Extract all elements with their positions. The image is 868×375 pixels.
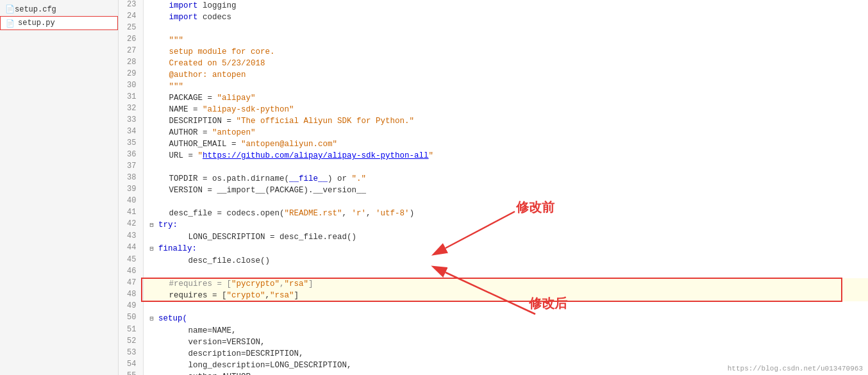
- line-content: description=DESCRIPTION,: [143, 348, 868, 360]
- line-num: 38: [119, 173, 143, 185]
- line-num: 52: [119, 337, 143, 348]
- line-content: [143, 23, 868, 35]
- table-row: 51 name=NAME,: [119, 325, 868, 337]
- line-content: LONG_DESCRIPTION = desc_file.read(): [143, 231, 868, 243]
- table-row: 42 ⊟ try:: [119, 219, 868, 231]
- line-num: 25: [119, 23, 143, 35]
- line-num: 48: [119, 290, 143, 301]
- table-row: 35 AUTHOR_EMAIL = "antopen@aliyun.com": [119, 138, 868, 150]
- code-table: 23 import logging 24 import codecs 25 26…: [119, 0, 868, 375]
- line-content: ⊟ finally:: [143, 243, 868, 255]
- table-row: 41 desc_file = codecs.open("README.rst",…: [119, 208, 868, 219]
- line-num: 53: [119, 348, 143, 360]
- sidebar: 📄 setup.cfg 📄 setup.py: [0, 0, 119, 375]
- sidebar-label-setup-py: setup.py: [18, 19, 55, 28]
- line-num: 39: [119, 185, 143, 196]
- line-num: 30: [119, 81, 143, 92]
- line-num: 26: [119, 35, 143, 46]
- line-num: 55: [119, 371, 143, 375]
- line-num: 28: [119, 58, 143, 69]
- line-content: import logging: [143, 0, 868, 12]
- table-row: 34 AUTHOR = "antopen": [119, 127, 868, 138]
- line-num: 27: [119, 46, 143, 58]
- line-content: DESCRIPTION = "The official Aliyun SDK f…: [143, 115, 868, 127]
- line-num: 51: [119, 325, 143, 337]
- line-content: ⊟ try:: [143, 219, 868, 231]
- line-content: URL = "https://github.com/alipay/alipay-…: [143, 150, 868, 162]
- line-content: name=NAME,: [143, 325, 868, 337]
- line-content: NAME = "alipay-sdk-python": [143, 104, 868, 115]
- line-num: 23: [119, 0, 143, 12]
- sidebar-label-setup-cfg: setup.cfg: [15, 5, 56, 14]
- line-num: 33: [119, 115, 143, 127]
- line-num: 24: [119, 12, 143, 23]
- code-area: 23 import logging 24 import codecs 25 26…: [119, 0, 868, 375]
- line-num: 46: [119, 267, 143, 278]
- line-content: version=VERSION,: [143, 337, 868, 348]
- file-icon-py: 📄: [6, 19, 15, 28]
- table-row: 49: [119, 301, 868, 313]
- table-row: 24 import codecs: [119, 12, 868, 23]
- line-num: 40: [119, 196, 143, 208]
- bottom-url: https://blog.csdn.net/u013470963: [728, 365, 863, 372]
- main-container: 📄 setup.cfg 📄 setup.py 23 import logging…: [0, 0, 868, 375]
- table-row: 29 @author: antopen: [119, 69, 868, 81]
- table-row: 53 description=DESCRIPTION,: [119, 348, 868, 360]
- line-num: 54: [119, 360, 143, 371]
- table-row: 39 VERSION = __import__(PACKAGE).__versi…: [119, 185, 868, 196]
- line-num: 42: [119, 219, 143, 231]
- line-content: import codecs: [143, 12, 868, 23]
- table-row: 25: [119, 23, 868, 35]
- line-content: requires = ["crypto","rsa"]: [143, 290, 868, 301]
- table-row: 36 URL = "https://github.com/alipay/alip…: [119, 150, 868, 162]
- table-row: 45 desc_file.close(): [119, 255, 868, 267]
- line-num: 41: [119, 208, 143, 219]
- line-num: 37: [119, 162, 143, 173]
- table-row: 26 """: [119, 35, 868, 46]
- table-row: 23 import logging: [119, 0, 868, 12]
- table-row: 52 version=VERSION,: [119, 337, 868, 348]
- line-num: 45: [119, 255, 143, 267]
- line-content: [143, 267, 868, 278]
- line-num: 31: [119, 92, 143, 104]
- line-content: AUTHOR = "antopen": [143, 127, 868, 138]
- line-num: 43: [119, 231, 143, 243]
- table-row: 27 setup module for core.: [119, 46, 868, 58]
- line-content: TOPDIR = os.path.dirname(__file__) or ".…: [143, 173, 868, 185]
- line-num: 29: [119, 69, 143, 81]
- line-num: 32: [119, 104, 143, 115]
- table-row: 30 """: [119, 81, 868, 92]
- table-row: 32 NAME = "alipay-sdk-python": [119, 104, 868, 115]
- line-content: ⊟ setup(: [143, 313, 868, 325]
- line-num: 47: [119, 278, 143, 290]
- sidebar-item-setup-py[interactable]: 📄 setup.py: [0, 16, 118, 30]
- line-num: 50: [119, 313, 143, 325]
- file-icon: 📄: [5, 4, 15, 14]
- table-row: 47 #requires = ["pycrypto","rsa"]: [119, 278, 868, 290]
- line-content: @author: antopen: [143, 69, 868, 81]
- line-content: [143, 301, 868, 313]
- line-content: #requires = ["pycrypto","rsa"]: [143, 278, 868, 290]
- line-content: [143, 196, 868, 208]
- line-num: 34: [119, 127, 143, 138]
- table-row: 38 TOPDIR = os.path.dirname(__file__) or…: [119, 173, 868, 185]
- table-row: 40: [119, 196, 868, 208]
- line-content: """: [143, 35, 868, 46]
- line-num: 49: [119, 301, 143, 313]
- line-num: 36: [119, 150, 143, 162]
- line-content: AUTHOR_EMAIL = "antopen@aliyun.com": [143, 138, 868, 150]
- sidebar-item-setup-cfg[interactable]: 📄 setup.cfg: [0, 3, 118, 16]
- table-row: 50 ⊟ setup(: [119, 313, 868, 325]
- table-row: 28 Created on 5/23/2018: [119, 58, 868, 69]
- table-row: 37: [119, 162, 868, 173]
- table-row: 33 DESCRIPTION = "The official Aliyun SD…: [119, 115, 868, 127]
- table-row: 46: [119, 267, 868, 278]
- table-row: 43 LONG_DESCRIPTION = desc_file.read(): [119, 231, 868, 243]
- line-content: desc_file = codecs.open("README.rst", 'r…: [143, 208, 868, 219]
- line-content: """: [143, 81, 868, 92]
- line-content: PACKAGE = "alipay": [143, 92, 868, 104]
- line-num: 44: [119, 243, 143, 255]
- table-row: 48 requires = ["crypto","rsa"]: [119, 290, 868, 301]
- line-content: [143, 162, 868, 173]
- line-content: VERSION = __import__(PACKAGE).__version_…: [143, 185, 868, 196]
